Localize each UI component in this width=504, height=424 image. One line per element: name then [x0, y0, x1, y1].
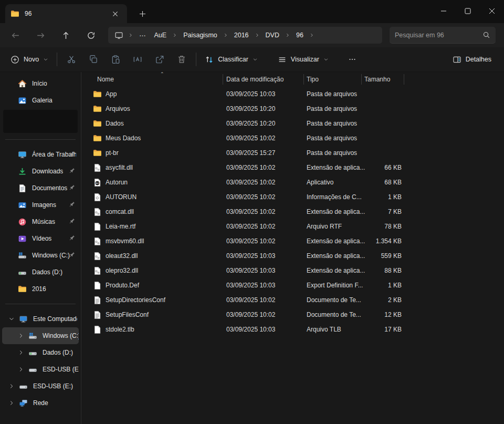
sidebar-item-rede[interactable]: Rede: [2, 395, 79, 411]
file-row[interactable]: App03/09/2025 10:03Pasta de arquivos: [81, 87, 504, 101]
file-row[interactable]: msvbvm60.dll03/09/2025 10:02Extensão de …: [81, 234, 504, 249]
view-button[interactable]: Visualizar: [272, 50, 334, 68]
chevron-right-icon[interactable]: [8, 382, 16, 390]
file-name: SetupDirectoriesConf: [106, 296, 165, 304]
sort-button[interactable]: Classificar: [200, 50, 263, 68]
copy-button[interactable]: [82, 50, 104, 68]
sort-button-label: Classificar: [218, 56, 248, 63]
file-row[interactable]: pt-br03/09/2025 15:27Pasta de arquivos: [81, 146, 504, 160]
file-row[interactable]: SetupFilesConf03/09/2025 10:02Documento …: [81, 307, 504, 322]
folder-icon: [93, 119, 102, 128]
column-divider[interactable]: [361, 74, 362, 85]
new-button[interactable]: Novo: [5, 50, 54, 68]
sidebar-item-label: ESD-USB (E:): [43, 366, 79, 373]
chevron-right-icon[interactable]: [18, 366, 25, 373]
more-options-button[interactable]: [341, 50, 363, 68]
chevron-right-icon[interactable]: [308, 31, 316, 39]
file-row[interactable]: comcat.dll03/09/2025 10:02Extensão de ap…: [81, 204, 504, 219]
file-row[interactable]: AUTORUN03/09/2025 10:02Informações de C.…: [81, 190, 504, 204]
sidebar-item-dados-d[interactable]: Dados (D:): [2, 344, 79, 361]
explorer-tab[interactable]: 96: [5, 4, 127, 23]
details-pane-button[interactable]: Detalhes: [447, 50, 497, 68]
folder-icon: [10, 9, 19, 18]
column-header-date[interactable]: Data de modificação: [226, 72, 284, 87]
file-row[interactable]: Arquivos03/09/2025 10:20Pasta de arquivo…: [81, 101, 504, 116]
column-divider[interactable]: [223, 74, 223, 85]
paste-button[interactable]: [104, 50, 127, 68]
sidebar-item-in-cio[interactable]: Início: [2, 75, 79, 92]
chevron-right-icon[interactable]: [127, 31, 135, 39]
sidebar-item-windows-c[interactable]: Windows (C:): [2, 247, 79, 264]
breadcrumb-item[interactable]: 96: [292, 28, 308, 42]
chevron-down-icon[interactable]: [8, 315, 16, 323]
breadcrumb-item[interactable]: DVD: [261, 28, 284, 42]
sidebar-item-galeria[interactable]: Galeria: [2, 92, 79, 109]
sidebar-item-2016[interactable]: 2016: [2, 281, 79, 297]
folder-icon: [93, 90, 102, 99]
this-pc-icon[interactable]: [111, 31, 127, 40]
sidebar-divider: [5, 304, 76, 304]
sidebar-item-downloads[interactable]: Downloads: [2, 163, 79, 180]
chevron-right-icon[interactable]: [222, 31, 230, 39]
file-row[interactable]: oleaut32.dll03/09/2025 10:03Extensão de …: [81, 249, 504, 263]
sidebar-item-m-sicas[interactable]: Músicas: [2, 213, 79, 230]
sidebar-item-rea-de-trabalho[interactable]: Área de Trabalho: [2, 146, 79, 163]
sidebar-item-label: Galeria: [32, 97, 52, 104]
chevron-right-icon[interactable]: [8, 399, 16, 407]
up-button[interactable]: [57, 27, 75, 44]
file-row[interactable]: asycfilt.dll03/09/2025 10:02Extensão de …: [81, 160, 504, 175]
sidebar-item-esd-usb-e[interactable]: ESD-USB (E:): [2, 378, 79, 395]
file-row[interactable]: Produto.Def03/09/2025 10:03Export Defini…: [81, 278, 504, 293]
column-header-name[interactable]: Nome: [97, 72, 114, 87]
breadcrumb-item[interactable]: Paisagismo: [179, 28, 222, 42]
close-button[interactable]: [480, 0, 504, 22]
cut-button[interactable]: [60, 50, 82, 68]
sidebar-item-este-computador[interactable]: Este Computador: [2, 311, 79, 327]
share-button[interactable]: [149, 50, 171, 68]
dll-icon: [93, 266, 102, 275]
refresh-button[interactable]: [82, 27, 100, 44]
sidebar-item-documentos[interactable]: Documentos: [2, 180, 79, 197]
file-row[interactable]: Dados03/09/2025 10:20Pasta de arquivos: [81, 116, 504, 131]
sidebar-item-windows-c[interactable]: Windows (C:): [2, 327, 79, 344]
forward-button[interactable]: [32, 27, 49, 44]
file-row[interactable]: olepro32.dll03/09/2025 10:03Extensão de …: [81, 263, 504, 278]
file-row[interactable]: SetupDirectoriesConf03/09/2025 10:02Docu…: [81, 293, 504, 307]
videos-icon: [18, 234, 27, 243]
view-list-icon: [278, 55, 287, 64]
breadcrumb-overflow-button[interactable]: ⋯: [135, 28, 150, 42]
back-button[interactable]: [6, 27, 24, 44]
column-headers: ⌃ Nome Data de modificação Tipo Tamanho: [81, 72, 504, 87]
file-name: SetupFilesConf: [106, 311, 149, 318]
file-row[interactable]: AuEAutorun03/09/2025 10:02Aplicativo68 K…: [81, 175, 504, 190]
delete-button[interactable]: [171, 50, 193, 68]
file-row[interactable]: stdole2.tlb03/09/2025 10:03Arquivo TLB17…: [81, 322, 504, 337]
chevron-down-icon: [43, 57, 48, 62]
chevron-right-icon[interactable]: [171, 31, 179, 39]
chevron-right-icon[interactable]: [253, 31, 261, 39]
new-tab-button[interactable]: [134, 6, 150, 21]
breadcrumb-item[interactable]: AuE: [150, 28, 171, 42]
file-row[interactable]: Meus Dados03/09/2025 10:02Pasta de arqui…: [81, 131, 504, 146]
rename-button[interactable]: [127, 50, 149, 68]
sidebar-item-v-deos[interactable]: Vídeos: [2, 230, 79, 247]
column-header-size[interactable]: Tamanho: [364, 72, 390, 87]
column-divider[interactable]: [404, 74, 404, 85]
file-date: 03/09/2025 10:02: [226, 296, 275, 304]
maximize-button[interactable]: [456, 0, 480, 22]
sidebar-item-imagens[interactable]: Imagens: [2, 197, 79, 213]
sidebar-item-dados-d[interactable]: Dados (D:): [2, 264, 79, 281]
breadcrumb-item[interactable]: 2016: [230, 28, 253, 42]
file-row[interactable]: Leia-me.rtf03/09/2025 10:02Arquivo RTF78…: [81, 219, 504, 234]
chevron-right-icon[interactable]: [18, 332, 25, 339]
column-divider[interactable]: [303, 74, 304, 85]
search-input[interactable]: [395, 32, 482, 39]
sidebar-item-esd-usb-e[interactable]: ESD-USB (E:): [2, 361, 79, 378]
tab-close-icon[interactable]: [108, 8, 122, 19]
minimize-button[interactable]: [432, 0, 456, 22]
chevron-right-icon[interactable]: [284, 31, 292, 39]
column-header-type[interactable]: Tipo: [307, 72, 319, 87]
file-size: 1.354 KB: [328, 237, 402, 245]
search-box[interactable]: [390, 27, 496, 44]
chevron-right-icon[interactable]: [18, 349, 25, 356]
